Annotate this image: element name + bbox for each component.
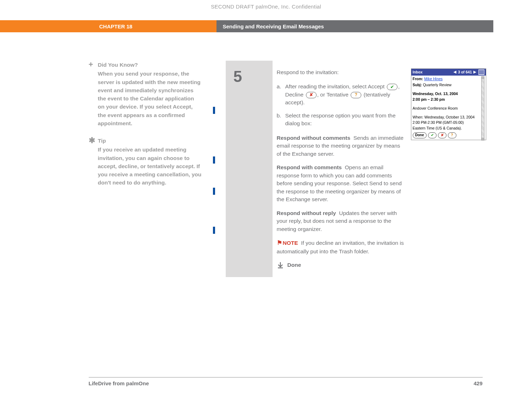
done-arrow-icon: [277, 261, 284, 269]
device-screenshot: Inbox ◀ 3 of 641 ▶ From: Mike Hines Subj…: [411, 68, 486, 140]
prev-arrow-icon: ◀: [454, 70, 456, 75]
from-label: From:: [413, 77, 423, 81]
sidebar-text: When you send your response, the server …: [98, 70, 202, 127]
from-value: Mike Hines: [424, 77, 443, 81]
decline-pill-icon: ✘: [306, 92, 317, 98]
option-respond-without-comments: Respond without comments Sends an immedi…: [277, 134, 405, 158]
subj-value: Quarterly Review: [423, 83, 452, 87]
step-letter: b.: [277, 112, 285, 128]
sidebar-text: If you receive an updated meeting invita…: [98, 145, 202, 187]
step-b: b. Select the response option you want f…: [277, 112, 405, 128]
meeting-location: Andover Conference Room: [413, 106, 481, 111]
device-folder-label: Inbox: [413, 70, 423, 75]
step-a-mid2: , or Tentative: [317, 92, 350, 98]
plus-icon: +: [89, 61, 98, 127]
footer-product: LifeDrive from palmOne: [89, 380, 149, 386]
page-footer: LifeDrive from palmOne 429: [89, 377, 483, 386]
done-marker: Done: [277, 261, 405, 269]
footer-page-number: 429: [473, 380, 482, 386]
sidebar-tip: ✱ Tip If you receive an updated meeting …: [89, 137, 202, 187]
revision-spine: [213, 61, 215, 277]
device-scrollbar: [481, 76, 484, 140]
step-a-pre: After reading the invitation, select Acc…: [285, 83, 386, 89]
revision-mark-icon: [213, 227, 215, 234]
device-done-button: Done: [413, 132, 427, 138]
next-arrow-icon: ▶: [473, 70, 476, 75]
note: ⚑NOTE If you decline an invitation, the …: [277, 239, 405, 255]
revision-mark-icon: [213, 107, 215, 114]
step-number: 5: [234, 68, 273, 86]
menu-icon: [478, 70, 484, 75]
option-label: Respond without reply: [277, 210, 336, 216]
device-decline-button: ✘: [438, 132, 446, 138]
revision-mark-icon: [213, 156, 215, 164]
flag-icon: ⚑: [277, 239, 282, 246]
step-heading: Respond to the invitation:: [277, 68, 405, 76]
done-label: Done: [287, 261, 301, 269]
revision-mark-icon: [213, 188, 215, 195]
confidential-watermark: SECOND DRAFT palmOne, Inc. Confidential: [39, 0, 493, 20]
step-letter: a.: [277, 83, 285, 106]
device-titlebar: Inbox ◀ 3 of 641 ▶: [411, 69, 486, 76]
when-time: 2:00 PM-2:30 PM (GMT-05:00): [413, 120, 481, 125]
device-counter: 3 of 641: [458, 70, 472, 75]
sidebar-did-you-know: + Did You Know? When you send your respo…: [89, 61, 202, 127]
option-respond-with-comments: Respond with comments Opens an email res…: [277, 164, 405, 203]
chapter-title: Sending and Receiving Email Messages: [216, 20, 493, 32]
option-label: Respond with comments: [277, 164, 342, 170]
when-tz: Eastern Time (US & Canada).: [413, 126, 481, 131]
sidebar-title: Did You Know?: [98, 61, 202, 69]
meeting-time: 2:00 pm – 2:30 pm: [413, 97, 481, 102]
asterisk-icon: ✱: [89, 137, 98, 187]
option-respond-without-reply: Respond without reply Updates the server…: [277, 209, 405, 233]
device-accept-button: ✔: [428, 132, 437, 138]
step-b-text: Select the response option you want from…: [285, 112, 405, 128]
note-label: NOTE: [283, 240, 298, 246]
sidebar: + Did You Know? When you send your respo…: [89, 61, 202, 277]
subj-label: Subj:: [413, 83, 422, 87]
option-label: Respond without comments: [277, 135, 351, 141]
meeting-date: Wednesday, Oct. 13, 2004: [413, 91, 481, 97]
tentative-pill-icon: ?: [351, 92, 361, 98]
accept-pill-icon: ✔: [387, 84, 397, 90]
step-panel: 5 Respond to the invitation: a. After re…: [226, 61, 493, 277]
chapter-label: CHAPTER 18: [0, 20, 216, 32]
device-tentative-button: ?: [448, 132, 456, 138]
chapter-header-bar: CHAPTER 18 Sending and Receiving Email M…: [0, 20, 493, 32]
when-label: When: Wednesday, October 13, 2004: [413, 115, 481, 120]
sidebar-title: Tip: [98, 137, 202, 145]
step-a: a. After reading the invitation, select …: [277, 83, 405, 106]
